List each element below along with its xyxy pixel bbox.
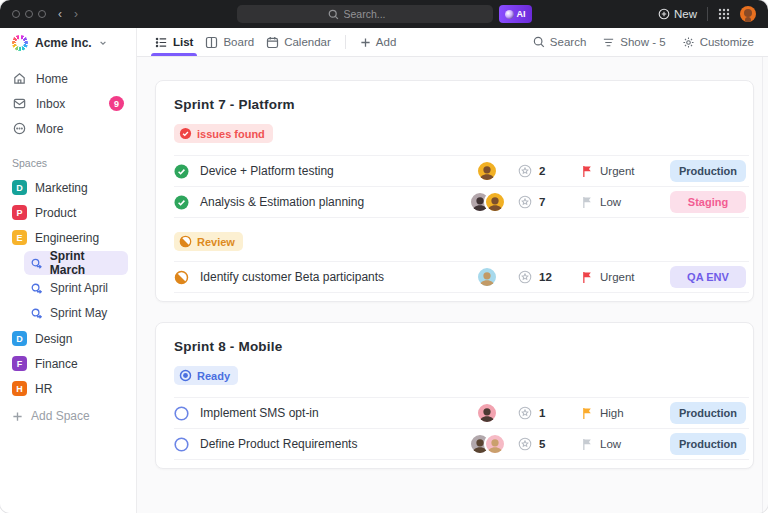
assignee-avatars[interactable] — [456, 266, 518, 288]
priority[interactable]: Urgent — [582, 271, 670, 284]
sidebar-item-label: More — [36, 122, 63, 136]
sidebar-space-design[interactable]: D Design — [0, 326, 136, 351]
new-label: New — [674, 8, 697, 20]
priority[interactable]: High — [582, 407, 670, 420]
status-done-icon[interactable] — [174, 195, 190, 210]
sidebar-space-finance[interactable]: F Finance — [0, 351, 136, 376]
tab-board[interactable]: Board — [199, 28, 260, 56]
status-done-icon[interactable] — [174, 164, 190, 179]
env-tag[interactable]: Production — [670, 402, 746, 424]
space-avatar: P — [12, 205, 27, 220]
scrollbar[interactable] — [762, 57, 763, 513]
env-tag[interactable]: QA ENV — [670, 266, 746, 288]
sidebar-space-hr[interactable]: H HR — [0, 376, 136, 401]
space-label: Finance — [35, 357, 78, 371]
sprint-points: 2 — [518, 164, 582, 178]
sidebar-space-product[interactable]: P Product — [0, 200, 136, 225]
user-avatar[interactable] — [740, 6, 756, 22]
window-dot[interactable] — [12, 10, 20, 18]
task-row[interactable]: Analysis & Estimation planning 7 — [174, 186, 749, 217]
sidebar-sprint-april[interactable]: Sprint April — [24, 276, 128, 300]
space-avatar: D — [12, 331, 27, 346]
global-search[interactable] — [237, 5, 493, 23]
priority[interactable]: Urgent — [582, 165, 670, 178]
task-name[interactable]: Analysis & Estimation planning — [190, 195, 456, 209]
status-review-icon[interactable] — [174, 270, 190, 285]
sidebar-item-more[interactable]: More — [8, 116, 128, 141]
tab-label: Board — [223, 36, 254, 48]
group-title: Sprint 7 - Platform — [174, 97, 749, 112]
env-tag[interactable]: Production — [670, 433, 746, 455]
window-dot[interactable] — [38, 10, 46, 18]
task-row[interactable]: Device + Platform testing 2 Urgent — [174, 155, 749, 186]
ready-icon — [179, 369, 192, 382]
task-name[interactable]: Define Product Requirements — [190, 437, 456, 451]
search-label: Search — [550, 36, 586, 48]
task-row[interactable]: Implement SMS opt-in 1 High — [174, 397, 749, 428]
plus-icon — [360, 37, 371, 48]
assignee-avatars[interactable] — [456, 160, 518, 182]
env-tag[interactable]: Staging — [670, 191, 746, 213]
spaces-section-label: Spaces — [12, 157, 136, 169]
priority-label: Urgent — [600, 165, 635, 177]
points-value: 1 — [539, 407, 545, 419]
sidebar-space-engineering[interactable]: E Engineering — [0, 225, 136, 250]
forward-icon[interactable]: › — [74, 7, 78, 21]
workspace-switcher[interactable]: Acme Inc. — [0, 28, 136, 58]
sprint-icon — [30, 282, 43, 295]
status-open-icon[interactable] — [174, 406, 190, 421]
ai-button[interactable]: AI — [499, 5, 532, 23]
search-icon — [328, 9, 339, 20]
apps-grid-icon[interactable] — [718, 8, 730, 20]
customize-button[interactable]: Customize — [682, 36, 754, 49]
review-status-badge[interactable]: Review — [174, 232, 243, 251]
group-status-badge[interactable]: Ready — [174, 366, 238, 385]
env-tag[interactable]: Production — [670, 160, 746, 182]
chevron-down-icon — [99, 39, 107, 47]
assignee-avatars[interactable] — [456, 402, 518, 424]
sidebar-item-inbox[interactable]: Inbox 9 — [8, 91, 128, 116]
window-dot[interactable] — [25, 10, 33, 18]
global-search-input[interactable] — [344, 8, 402, 20]
tab-list[interactable]: List — [149, 28, 199, 56]
sidebar: Acme Inc. Home Inbox 9 More Spaces — [0, 28, 137, 513]
toolbar-right: Search Show - 5 Customize — [533, 36, 754, 49]
sprint-points: 5 — [518, 437, 582, 451]
priority[interactable]: Low — [582, 438, 670, 451]
priority[interactable]: Low — [582, 196, 670, 209]
assignee-avatars[interactable] — [456, 433, 518, 455]
divider — [345, 35, 346, 49]
task-row[interactable]: Define Product Requirements 5 — [174, 428, 749, 459]
show-label: Show - 5 — [620, 36, 665, 48]
list-view-icon — [155, 36, 168, 49]
sidebar-sprint-may[interactable]: Sprint May — [24, 301, 128, 325]
task-name[interactable]: Device + Platform testing — [190, 164, 456, 178]
flag-icon — [582, 438, 593, 451]
status-open-icon[interactable] — [174, 437, 190, 452]
window-controls[interactable] — [12, 10, 46, 18]
back-icon[interactable]: ‹ — [58, 7, 62, 21]
points-icon — [518, 406, 532, 420]
add-space-button[interactable]: Add Space — [12, 409, 128, 423]
tab-calendar[interactable]: Calendar — [260, 28, 337, 56]
priority-label: Low — [600, 438, 621, 450]
sprint-label: Sprint April — [50, 281, 108, 295]
sidebar-space-marketing[interactable]: D Marketing — [0, 175, 136, 200]
board-view-icon — [205, 36, 218, 49]
search-button[interactable]: Search — [533, 36, 586, 48]
add-view-button[interactable]: Add — [354, 28, 402, 56]
plus-circle-icon — [658, 8, 670, 20]
plus-icon — [12, 411, 23, 422]
show-filter-button[interactable]: Show - 5 — [602, 36, 665, 49]
review-icon — [179, 235, 192, 248]
space-label: Marketing — [35, 181, 88, 195]
task-row[interactable]: Identify customer Beta participants 12 U… — [174, 261, 749, 292]
assignee-avatars[interactable] — [456, 191, 518, 213]
flag-icon — [582, 196, 593, 209]
sidebar-sprint-march[interactable]: Sprint March — [24, 251, 128, 275]
task-name[interactable]: Identify customer Beta participants — [190, 270, 456, 284]
sidebar-item-home[interactable]: Home — [8, 66, 128, 91]
new-button[interactable]: New — [658, 8, 697, 20]
group-status-badge[interactable]: issues found — [174, 124, 273, 143]
task-name[interactable]: Implement SMS opt-in — [190, 406, 456, 420]
